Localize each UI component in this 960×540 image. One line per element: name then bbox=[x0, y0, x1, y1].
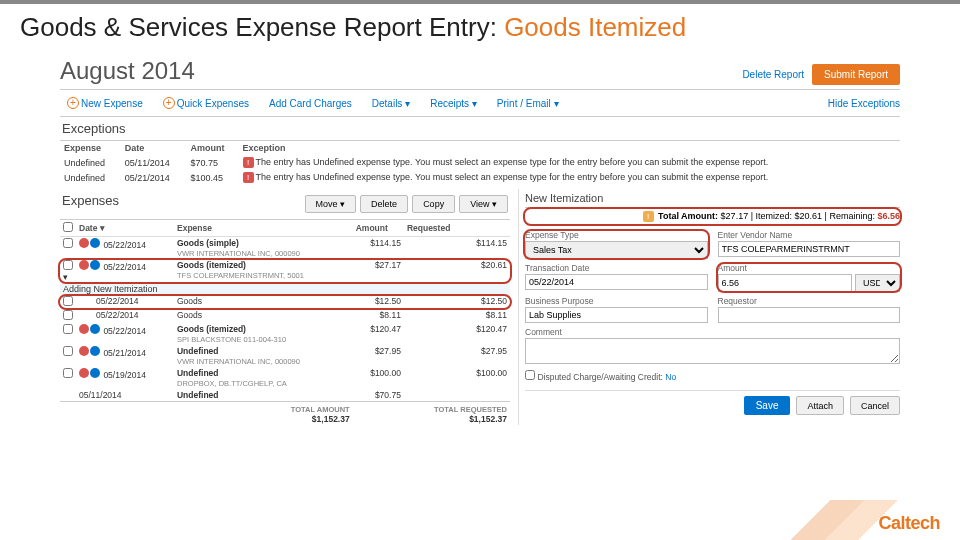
purpose-input[interactable] bbox=[525, 307, 708, 323]
disputed-label: Disputed Charge/Awaiting Credit: bbox=[537, 372, 663, 382]
plus-icon: + bbox=[163, 97, 175, 109]
expense-row[interactable]: 05/21/2014 UndefinedVWR INTERNATIONAL IN… bbox=[60, 345, 510, 367]
card-icon bbox=[90, 346, 100, 356]
date-label: Transaction Date bbox=[525, 263, 708, 273]
submit-report-button[interactable]: Submit Report bbox=[812, 64, 900, 85]
card-icon bbox=[90, 324, 100, 334]
expense-type-label: Expense Type bbox=[525, 230, 708, 240]
row-checkbox[interactable] bbox=[63, 238, 73, 248]
comment-input[interactable] bbox=[525, 338, 900, 364]
disputed-checkbox[interactable] bbox=[525, 370, 535, 380]
requestor-label: Requestor bbox=[718, 296, 901, 306]
add-card-button[interactable]: Add Card Charges bbox=[262, 95, 359, 112]
exceptions-heading: Exceptions bbox=[60, 117, 900, 141]
move-button[interactable]: Move ▾ bbox=[305, 195, 357, 213]
requestor-input[interactable] bbox=[718, 307, 901, 323]
details-menu[interactable]: Details ▾ bbox=[365, 95, 417, 112]
col-date[interactable]: Date bbox=[121, 141, 187, 155]
expense-row[interactable]: ▾ 05/22/2014 Goods (itemized)TFS COLEPAR… bbox=[60, 259, 510, 283]
row-checkbox[interactable] bbox=[63, 310, 73, 320]
col-date[interactable]: Date ▾ bbox=[76, 220, 174, 237]
alert-icon bbox=[79, 238, 89, 248]
col-amount[interactable]: Amount bbox=[353, 220, 404, 237]
save-button[interactable]: Save bbox=[744, 396, 791, 415]
exception-row: Undefined05/21/2014$100.45 !The entry ha… bbox=[60, 170, 900, 185]
amount-input[interactable] bbox=[718, 274, 853, 292]
alert-icon: ! bbox=[243, 157, 254, 168]
new-expense-button[interactable]: +New Expense bbox=[60, 94, 150, 112]
delete-report-link[interactable]: Delete Report bbox=[742, 69, 804, 80]
row-checkbox[interactable] bbox=[63, 324, 73, 334]
row-checkbox[interactable] bbox=[63, 368, 73, 378]
col-requested[interactable]: Requested bbox=[404, 220, 510, 237]
row-checkbox[interactable] bbox=[63, 260, 73, 270]
purpose-label: Business Purpose bbox=[525, 296, 708, 306]
print-menu[interactable]: Print / Email ▾ bbox=[490, 95, 566, 112]
expense-row[interactable]: 05/22/2014 Goods (simple)VWR INTERNATION… bbox=[60, 237, 510, 260]
select-all-checkbox[interactable] bbox=[63, 222, 73, 232]
quick-expenses-button[interactable]: +Quick Expenses bbox=[156, 94, 256, 112]
sub-row[interactable]: 05/22/2014 Goods $8.11 $8.11 bbox=[60, 309, 510, 323]
plus-icon: + bbox=[67, 97, 79, 109]
expense-row[interactable]: 05/22/2014 Goods (itemized)SPI BLACKSTON… bbox=[60, 323, 510, 345]
cancel-button[interactable]: Cancel bbox=[850, 396, 900, 415]
expense-row[interactable]: 05/19/2014 UndefinedDROPBOX, DB.TT/CGHEL… bbox=[60, 367, 510, 389]
report-title: August 2014 bbox=[60, 57, 195, 85]
chevron-down-icon[interactable]: ▾ bbox=[63, 272, 68, 282]
expenses-heading: Expenses bbox=[62, 193, 119, 215]
itemization-summary: ! Total Amount: $27.17 | Itemized: $20.6… bbox=[525, 208, 900, 226]
alert-icon bbox=[79, 346, 89, 356]
row-checkbox[interactable] bbox=[63, 346, 73, 356]
alert-icon bbox=[79, 368, 89, 378]
col-exception[interactable]: Exception bbox=[239, 141, 900, 155]
card-icon bbox=[90, 260, 100, 270]
vendor-label: Enter Vendor Name bbox=[718, 230, 901, 240]
col-expense[interactable]: Expense bbox=[174, 220, 353, 237]
view-button[interactable]: View ▾ bbox=[459, 195, 508, 213]
totals-row: TOTAL AMOUNT$1,152.37 TOTAL REQUESTED$1,… bbox=[60, 402, 510, 426]
expense-row[interactable]: 05/11/2014 Undefined $70.75 bbox=[60, 389, 510, 402]
delete-button[interactable]: Delete bbox=[360, 195, 408, 213]
brand-logo: Caltech bbox=[878, 513, 940, 534]
alert-icon: ! bbox=[243, 172, 254, 183]
card-icon bbox=[90, 238, 100, 248]
date-input[interactable] bbox=[525, 274, 708, 290]
sub-row[interactable]: 05/22/2014 Goods $12.50 $12.50 bbox=[60, 295, 510, 309]
attach-button[interactable]: Attach bbox=[796, 396, 844, 415]
disputed-value[interactable]: No bbox=[665, 372, 676, 382]
expense-type-select[interactable]: Sales Tax bbox=[525, 241, 708, 259]
adding-itemization-bar: Adding New Itemization bbox=[60, 283, 510, 295]
amount-label: Amount bbox=[718, 263, 901, 273]
warning-icon: ! bbox=[643, 211, 654, 222]
alert-icon bbox=[79, 260, 89, 270]
row-checkbox[interactable] bbox=[63, 296, 73, 306]
copy-button[interactable]: Copy bbox=[412, 195, 455, 213]
new-itemization-heading: New Itemization bbox=[525, 189, 900, 208]
currency-select[interactable]: USD bbox=[855, 274, 900, 292]
card-icon bbox=[90, 368, 100, 378]
col-expense[interactable]: Expense bbox=[60, 141, 121, 155]
slide-title: Goods & Services Expense Report Entry: G… bbox=[20, 12, 940, 43]
vendor-input[interactable] bbox=[718, 241, 901, 257]
hide-exceptions-link[interactable]: Hide Exceptions bbox=[828, 98, 900, 109]
col-amount[interactable]: Amount bbox=[186, 141, 238, 155]
alert-icon bbox=[79, 324, 89, 334]
comment-label: Comment bbox=[525, 327, 900, 337]
exception-row: Undefined05/11/2014$70.75 !The entry has… bbox=[60, 155, 900, 170]
receipts-menu[interactable]: Receipts ▾ bbox=[423, 95, 484, 112]
